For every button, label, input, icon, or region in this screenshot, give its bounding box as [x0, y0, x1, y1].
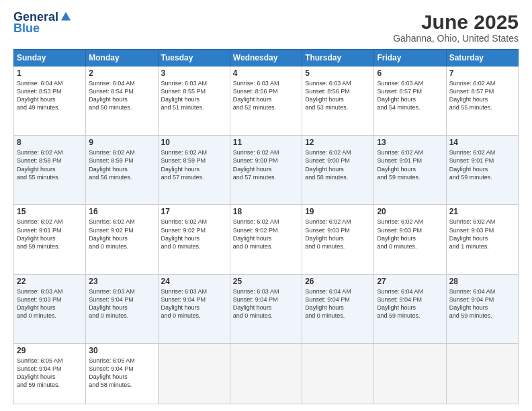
calendar-cell: 8Sunrise: 6:02 AMSunset: 8:58 PMDaylight…: [14, 136, 86, 205]
day-number: 23: [89, 277, 154, 286]
calendar-cell: [446, 343, 518, 404]
calendar-cell: 5Sunrise: 6:03 AMSunset: 8:56 PMDaylight…: [302, 66, 374, 136]
day-info: Sunrise: 6:02 AMSunset: 9:00 PMDaylight …: [305, 148, 371, 181]
calendar-cell: 3Sunrise: 6:03 AMSunset: 8:55 PMDaylight…: [158, 66, 230, 136]
calendar-cell: [302, 343, 374, 404]
day-number: 30: [89, 346, 154, 355]
week-row-0: 1Sunrise: 6:04 AMSunset: 8:53 PMDaylight…: [14, 66, 519, 136]
week-row-3: 22Sunrise: 6:03 AMSunset: 9:03 PMDayligh…: [14, 274, 519, 343]
day-header-wednesday: Wednesday: [230, 50, 302, 66]
calendar-cell: 24Sunrise: 6:03 AMSunset: 9:04 PMDayligh…: [158, 274, 230, 343]
day-number: 22: [17, 277, 83, 286]
day-number: 8: [17, 138, 83, 147]
header-row: SundayMondayTuesdayWednesdayThursdayFrid…: [14, 50, 519, 66]
calendar-cell: 17Sunrise: 6:02 AMSunset: 9:02 PMDayligh…: [158, 205, 230, 274]
calendar-cell: 18Sunrise: 6:02 AMSunset: 9:02 PMDayligh…: [230, 205, 302, 274]
day-number: 25: [233, 277, 299, 286]
day-info: Sunrise: 6:04 AMSunset: 9:04 PMDaylight …: [377, 287, 443, 320]
calendar-table: SundayMondayTuesdayWednesdayThursdayFrid…: [13, 49, 519, 404]
day-number: 21: [449, 207, 515, 216]
day-info: Sunrise: 6:02 AMSunset: 9:02 PMDaylight …: [89, 218, 154, 250]
logo: General Blue: [13, 11, 72, 36]
week-row-4: 29Sunrise: 6:05 AMSunset: 9:04 PMDayligh…: [14, 343, 519, 404]
day-number: 10: [161, 138, 227, 147]
calendar-cell: 15Sunrise: 6:02 AMSunset: 9:01 PMDayligh…: [14, 205, 86, 274]
week-row-2: 15Sunrise: 6:02 AMSunset: 9:01 PMDayligh…: [14, 205, 519, 274]
day-info: Sunrise: 6:02 AMSunset: 8:59 PMDaylight …: [89, 148, 154, 181]
day-info: Sunrise: 6:03 AMSunset: 9:04 PMDaylight …: [161, 287, 227, 320]
svg-marker-0: [61, 12, 71, 21]
header: General Blue June 2025 Gahanna, Ohio, Un…: [13, 11, 519, 44]
day-number: 15: [17, 207, 83, 216]
calendar-cell: 19Sunrise: 6:02 AMSunset: 9:03 PMDayligh…: [302, 205, 374, 274]
day-info: Sunrise: 6:03 AMSunset: 8:55 PMDaylight …: [161, 79, 227, 112]
calendar-cell: 16Sunrise: 6:02 AMSunset: 9:02 PMDayligh…: [86, 205, 158, 274]
day-number: 18: [233, 207, 299, 216]
calendar-cell: 14Sunrise: 6:02 AMSunset: 9:01 PMDayligh…: [446, 136, 518, 205]
calendar-cell: 21Sunrise: 6:02 AMSunset: 9:03 PMDayligh…: [446, 205, 518, 274]
day-info: Sunrise: 6:02 AMSunset: 9:03 PMDaylight …: [305, 218, 371, 250]
calendar-subtitle: Gahanna, Ohio, United States: [393, 33, 519, 44]
calendar-cell: 26Sunrise: 6:04 AMSunset: 9:04 PMDayligh…: [302, 274, 374, 343]
day-number: 14: [449, 138, 515, 147]
day-number: 2: [89, 68, 154, 78]
day-info: Sunrise: 6:02 AMSunset: 9:03 PMDaylight …: [377, 218, 443, 250]
day-number: 7: [449, 68, 515, 78]
calendar-cell: 1Sunrise: 6:04 AMSunset: 8:53 PMDaylight…: [14, 66, 86, 136]
title-block: June 2025 Gahanna, Ohio, United States: [393, 11, 519, 44]
day-info: Sunrise: 6:02 AMSunset: 8:57 PMDaylight …: [449, 79, 515, 112]
logo-blue: Blue: [13, 21, 40, 36]
day-number: 26: [305, 277, 371, 286]
day-info: Sunrise: 6:02 AMSunset: 9:01 PMDaylight …: [17, 218, 83, 250]
calendar-cell: 7Sunrise: 6:02 AMSunset: 8:57 PMDaylight…: [446, 66, 518, 136]
day-info: Sunrise: 6:03 AMSunset: 9:04 PMDaylight …: [233, 287, 299, 320]
day-number: 9: [89, 138, 154, 147]
day-number: 24: [161, 277, 227, 286]
day-number: 28: [449, 277, 515, 286]
day-info: Sunrise: 6:02 AMSunset: 9:03 PMDaylight …: [449, 218, 515, 250]
logo-icon: [60, 11, 72, 23]
day-info: Sunrise: 6:02 AMSunset: 9:00 PMDaylight …: [233, 148, 299, 181]
day-number: 6: [377, 68, 443, 78]
day-header-tuesday: Tuesday: [158, 50, 230, 66]
calendar-cell: 29Sunrise: 6:05 AMSunset: 9:04 PMDayligh…: [14, 343, 86, 404]
calendar-cell: 12Sunrise: 6:02 AMSunset: 9:00 PMDayligh…: [302, 136, 374, 205]
day-info: Sunrise: 6:04 AMSunset: 8:53 PMDaylight …: [17, 79, 83, 112]
day-info: Sunrise: 6:05 AMSunset: 9:04 PMDaylight …: [89, 357, 154, 390]
day-number: 12: [305, 138, 371, 147]
day-number: 1: [17, 68, 83, 78]
calendar-cell: [374, 343, 446, 404]
day-number: 27: [377, 277, 443, 286]
day-number: 4: [233, 68, 299, 78]
calendar-cell: 9Sunrise: 6:02 AMSunset: 8:59 PMDaylight…: [86, 136, 158, 205]
day-header-saturday: Saturday: [446, 50, 518, 66]
calendar-cell: 22Sunrise: 6:03 AMSunset: 9:03 PMDayligh…: [14, 274, 86, 343]
calendar-cell: 10Sunrise: 6:02 AMSunset: 8:59 PMDayligh…: [158, 136, 230, 205]
day-info: Sunrise: 6:02 AMSunset: 9:02 PMDaylight …: [233, 218, 299, 250]
day-number: 17: [161, 207, 227, 216]
calendar-cell: 6Sunrise: 6:03 AMSunset: 8:57 PMDaylight…: [374, 66, 446, 136]
calendar-cell: 30Sunrise: 6:05 AMSunset: 9:04 PMDayligh…: [86, 343, 158, 404]
day-number: 19: [305, 207, 371, 216]
day-info: Sunrise: 6:03 AMSunset: 8:57 PMDaylight …: [377, 79, 443, 112]
day-info: Sunrise: 6:02 AMSunset: 8:59 PMDaylight …: [161, 148, 227, 181]
calendar-cell: 25Sunrise: 6:03 AMSunset: 9:04 PMDayligh…: [230, 274, 302, 343]
calendar-cell: 2Sunrise: 6:04 AMSunset: 8:54 PMDaylight…: [86, 66, 158, 136]
day-number: 13: [377, 138, 443, 147]
calendar-cell: 20Sunrise: 6:02 AMSunset: 9:03 PMDayligh…: [374, 205, 446, 274]
day-number: 3: [161, 68, 227, 78]
day-info: Sunrise: 6:05 AMSunset: 9:04 PMDaylight …: [17, 357, 83, 390]
day-info: Sunrise: 6:03 AMSunset: 9:03 PMDaylight …: [17, 287, 83, 320]
day-number: 5: [305, 68, 371, 78]
calendar-cell: 4Sunrise: 6:03 AMSunset: 8:56 PMDaylight…: [230, 66, 302, 136]
day-info: Sunrise: 6:04 AMSunset: 9:04 PMDaylight …: [449, 287, 515, 320]
day-header-friday: Friday: [374, 50, 446, 66]
page: General Blue June 2025 Gahanna, Ohio, Un…: [0, 0, 532, 411]
calendar-cell: 28Sunrise: 6:04 AMSunset: 9:04 PMDayligh…: [446, 274, 518, 343]
day-info: Sunrise: 6:02 AMSunset: 9:02 PMDaylight …: [161, 218, 227, 250]
calendar-title: June 2025: [393, 11, 519, 33]
day-info: Sunrise: 6:02 AMSunset: 8:58 PMDaylight …: [17, 148, 83, 181]
calendar-cell: [158, 343, 230, 404]
day-info: Sunrise: 6:02 AMSunset: 9:01 PMDaylight …: [449, 148, 515, 181]
week-row-1: 8Sunrise: 6:02 AMSunset: 8:58 PMDaylight…: [14, 136, 519, 205]
